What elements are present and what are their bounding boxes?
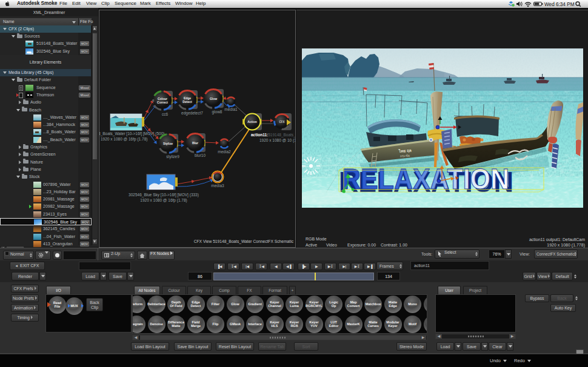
svg-text:media2: media2 <box>218 150 231 154</box>
svg-text:glow8: glow8 <box>212 110 222 114</box>
svg-text:Correct: Correct <box>157 101 168 104</box>
svg-text:1920 x 1080 @ 10 (1: 1920 x 1080 @ 10 (1 <box>259 138 295 143</box>
svg-text:Stylize: Stylize <box>163 142 173 145</box>
svg-text:Wed 6:34 PM: Wed 6:34 PM <box>544 2 575 7</box>
svg-text:CFX View 519148_Boats_Water Co: CFX View 519148_Boats_Water ConnectFX Sc… <box>194 239 294 244</box>
svg-text:1920 x 1080 @ 16fp (1.78): 1920 x 1080 @ 16fp (1.78) <box>140 198 187 203</box>
svg-text:Detect: Detect <box>182 100 192 104</box>
svg-text:CFX: CFX <box>279 121 285 124</box>
svg-text:Glow: Glow <box>210 97 217 101</box>
svg-text:1920 x 1080 @ 16fp (1.78): 1920 x 1080 @ 16fp (1.78) <box>101 137 147 142</box>
svg-text:8_Boats_Water [10->16f] [MOV]: 8_Boats_Water [10->16f] [MOV] (500) <box>99 131 164 136</box>
svg-text:edgedetect7: edgedetect7 <box>181 111 203 116</box>
svg-text:กระขัย: กระขัย <box>400 154 410 158</box>
svg-text:media1: media1 <box>224 107 238 111</box>
svg-text:Blur: Blur <box>192 141 198 145</box>
svg-text:cc6: cc6 <box>162 112 169 116</box>
svg-text:media3: media3 <box>211 183 224 188</box>
svg-text:action11:519148_Boats_Wa: action11:519148_Boats_Wa <box>251 133 295 137</box>
svg-text:blur10: blur10 <box>195 153 205 157</box>
svg-text:stylize9: stylize9 <box>166 154 179 159</box>
svg-text:Action: Action <box>247 120 257 124</box>
svg-text:302546_Blue Sky [10->16f] [MOV: 302546_Blue Sky [10->16f] [MOV] (333) <box>129 193 199 197</box>
